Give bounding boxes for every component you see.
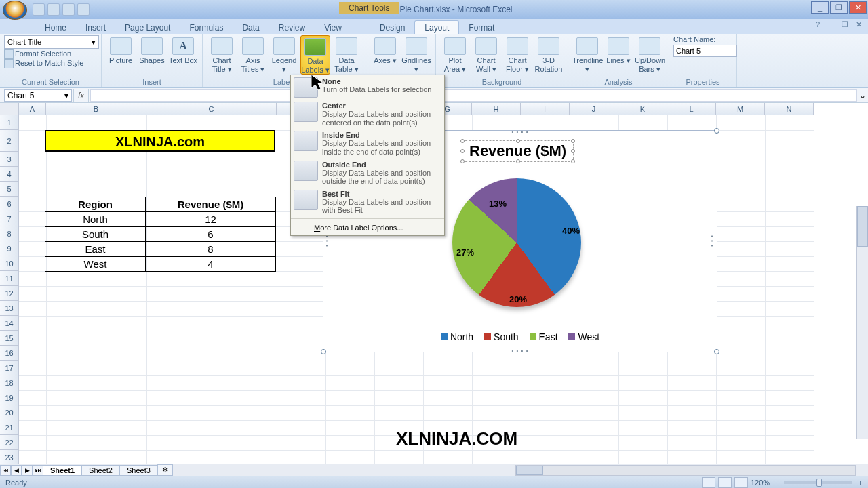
row-header[interactable]: 22 (0, 435, 19, 450)
tab-review[interactable]: Review (269, 21, 315, 34)
menu-item-none[interactable]: NoneTurn off Data Labels for selection (291, 75, 444, 100)
resize-handle[interactable] (714, 349, 719, 354)
format-selection-button[interactable]: Format Selection (4, 49, 97, 58)
row-header[interactable]: 20 (0, 405, 19, 420)
close-button[interactable]: ✕ (849, 1, 867, 14)
tab-insert[interactable]: Insert (76, 21, 115, 34)
menu-more-options[interactable]: More Data Label Options... (291, 220, 444, 235)
text-box-button[interactable]: AText Box (168, 35, 198, 65)
row-header[interactable]: 17 (0, 361, 19, 375)
data-table[interactable]: Region Revenue ($M) North12 South6 East8… (45, 197, 276, 272)
name-box[interactable]: Chart 5 ▾ (4, 89, 72, 102)
minimize-button[interactable]: _ (811, 1, 829, 14)
row-header[interactable]: 15 (0, 331, 19, 346)
chart-floor-button[interactable]: Chart Floor ▾ (502, 35, 532, 73)
plot-area-button[interactable]: Plot Area ▾ (440, 35, 470, 73)
formula-input[interactable] (90, 89, 857, 102)
table-cell[interactable]: South (45, 227, 146, 242)
doc-minimize-icon[interactable]: _ (826, 20, 837, 31)
chart-legend[interactable]: North South East West (323, 331, 717, 342)
gridlines-button[interactable]: Gridlines ▾ (401, 35, 431, 73)
column-header[interactable]: J (570, 103, 618, 115)
view-normal-icon[interactable] (702, 477, 715, 488)
row-header[interactable]: 16 (0, 346, 19, 361)
tab-data[interactable]: Data (233, 21, 269, 34)
tab-design[interactable]: Design (370, 21, 414, 34)
resize-handle[interactable] (714, 128, 719, 134)
row-header[interactable]: 1 (0, 115, 19, 130)
row-header[interactable]: 6 (0, 197, 19, 211)
menu-item-center[interactable]: CenterDisplay Data Labels and position c… (291, 100, 444, 129)
scroll-thumb[interactable] (857, 206, 868, 247)
column-header[interactable]: C (146, 103, 277, 115)
qat-redo-icon[interactable] (62, 3, 75, 16)
row-header[interactable]: 13 (0, 301, 19, 316)
chart-element-dropdown[interactable]: Chart Title ▾ (4, 35, 99, 49)
menu-item-best-fit[interactable]: Best FitDisplay Data Labels and position… (291, 188, 444, 217)
vertical-scrollbar[interactable] (856, 206, 868, 439)
horizontal-scrollbar[interactable] (515, 465, 856, 476)
row-header[interactable]: 14 (0, 316, 19, 331)
axes-button[interactable]: Axes ▾ (370, 35, 400, 65)
qat-undo-icon[interactable] (47, 3, 60, 16)
column-header[interactable]: N (765, 103, 814, 115)
sheet-tab-1[interactable]: Sheet1 (43, 465, 82, 476)
trendline-button[interactable]: Trendline ▾ (572, 35, 602, 73)
row-header[interactable]: 7 (0, 211, 19, 226)
data-labels-button[interactable]: Data Labels ▾ (300, 35, 330, 75)
axis-titles-button[interactable]: Axis Titles ▾ (238, 35, 268, 73)
pie-chart[interactable]: 40% 20% 27% 13% (452, 178, 588, 314)
lines-button[interactable]: Lines ▾ (604, 35, 633, 65)
chart-title-button[interactable]: Chart Title ▾ (207, 35, 237, 73)
zoom-slider[interactable] (784, 481, 852, 484)
row-header[interactable]: 4 (0, 167, 19, 182)
row-header[interactable]: 2 (0, 130, 19, 152)
tab-layout[interactable]: Layout (414, 20, 459, 34)
scroll-thumb[interactable] (516, 466, 543, 475)
sheet-tab-3[interactable]: Sheet3 (119, 465, 158, 476)
updown-bars-button[interactable]: Up/Down Bars ▾ (635, 35, 665, 73)
chart-wall-button[interactable]: Chart Wall ▾ (471, 35, 501, 73)
table-cell[interactable]: 6 (146, 227, 276, 242)
zoom-out-button[interactable]: − (772, 479, 776, 487)
column-header[interactable]: M (716, 103, 765, 115)
resize-handle[interactable] (321, 349, 326, 354)
table-cell[interactable]: West (45, 257, 146, 272)
row-header[interactable]: 19 (0, 390, 19, 405)
shapes-button[interactable]: Shapes (137, 35, 167, 65)
sheet-tab-2[interactable]: Sheet2 (81, 465, 120, 476)
table-cell[interactable]: East (45, 242, 146, 257)
column-header[interactable]: B (46, 103, 146, 115)
table-cell[interactable]: 4 (146, 257, 276, 272)
row-header[interactable]: 8 (0, 226, 19, 241)
resize-handle[interactable]: • • • (324, 235, 330, 247)
tab-format[interactable]: Format (459, 21, 504, 34)
data-table-button[interactable]: Data Table ▾ (332, 35, 361, 73)
table-cell[interactable]: North (45, 212, 146, 227)
tab-view[interactable]: View (315, 21, 351, 34)
maximize-button[interactable]: ❐ (830, 1, 848, 14)
chart-title[interactable]: Revenue ($M) (462, 140, 574, 162)
chart-name-input[interactable] (673, 45, 737, 57)
resize-handle[interactable]: • • • • (512, 129, 529, 135)
row-header[interactable]: 9 (0, 241, 19, 256)
view-page-layout-icon[interactable] (718, 477, 732, 488)
sheet-nav-last[interactable]: ⏭ (33, 465, 43, 476)
tab-home[interactable]: Home (35, 21, 76, 34)
sheet-nav-first[interactable]: ⏮ (0, 465, 11, 476)
row-header[interactable]: 3 (0, 152, 19, 167)
qat-customize-icon[interactable] (77, 3, 90, 16)
office-button[interactable] (3, 1, 27, 20)
table-header[interactable]: Region (45, 197, 146, 212)
column-header[interactable]: H (472, 103, 521, 115)
tab-page-layout[interactable]: Page Layout (115, 21, 180, 34)
select-all-button[interactable] (0, 103, 19, 115)
tab-formulas[interactable]: Formulas (180, 21, 233, 34)
view-page-break-icon[interactable] (734, 477, 748, 488)
doc-restore-icon[interactable]: ❐ (840, 20, 850, 31)
zoom-level[interactable]: 120% (751, 479, 770, 487)
zoom-in-button[interactable]: + (859, 479, 863, 487)
legend-button[interactable]: Legend ▾ (269, 35, 299, 73)
qat-save-icon[interactable] (33, 3, 45, 16)
resize-handle[interactable]: • • • • (512, 348, 529, 354)
